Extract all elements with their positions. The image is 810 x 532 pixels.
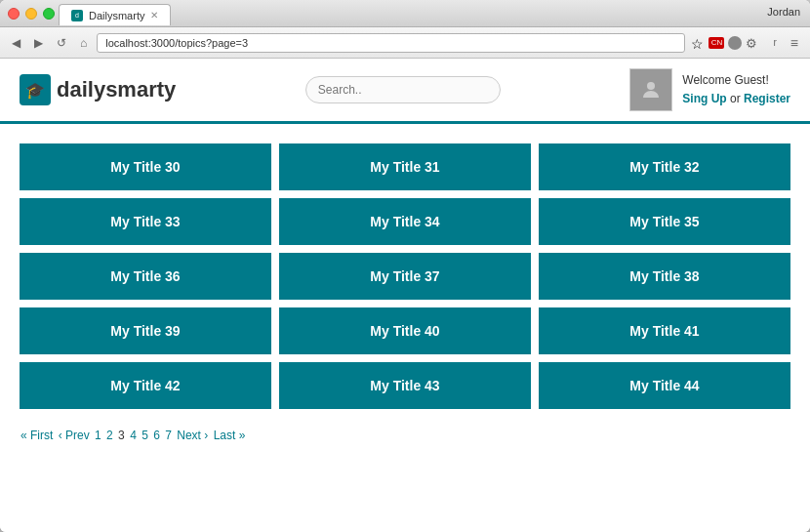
reload-button[interactable]: ↺: [53, 34, 70, 52]
menu-button[interactable]: ≡: [787, 33, 802, 53]
pagination-prev[interactable]: ‹ Prev: [59, 429, 90, 442]
pagination-page[interactable]: 6: [153, 429, 160, 442]
logo: 🎓 dailysmarty: [20, 74, 176, 105]
topic-button[interactable]: My Title 43: [279, 362, 531, 409]
search-input[interactable]: [305, 76, 501, 103]
browser-window: d Dailysmarty ✕ Jordan ◀ ▶ ↺ ⌂ ☆ CN ⚙ r …: [0, 0, 810, 532]
download-icon: CN: [709, 37, 724, 49]
pagination-page[interactable]: 2: [106, 429, 113, 442]
refresh-button[interactable]: r: [769, 35, 780, 50]
tab-close-icon[interactable]: ✕: [150, 10, 158, 20]
pagination: « First ‹ Prev 1 2 3 4 5 6 7 Next › Last…: [20, 429, 790, 442]
topic-button[interactable]: My Title 30: [20, 143, 271, 190]
topic-button[interactable]: My Title 42: [20, 362, 271, 409]
tab-title: Dailysmarty: [89, 10, 144, 21]
signup-link[interactable]: Sing Up: [682, 92, 726, 105]
tab-bar: d Dailysmarty ✕: [59, 4, 171, 25]
topic-button[interactable]: My Title 36: [20, 253, 271, 300]
maximize-button[interactable]: [43, 8, 55, 20]
svg-point-0: [647, 82, 655, 90]
extension-icon: [728, 36, 742, 50]
minimize-button[interactable]: [25, 8, 37, 20]
title-bar: d Dailysmarty ✕ Jordan: [0, 0, 810, 27]
pagination-next[interactable]: Next ›: [177, 429, 208, 442]
pagination-page[interactable]: 1: [95, 429, 101, 442]
window-controls: [8, 8, 55, 20]
pagination-page[interactable]: 7: [165, 429, 172, 442]
bookmark-icon: ☆: [691, 36, 705, 50]
browser-tab[interactable]: d Dailysmarty ✕: [59, 4, 171, 25]
topic-button[interactable]: My Title 31: [279, 143, 531, 190]
pagination-first[interactable]: « First: [20, 429, 53, 442]
or-text: or: [727, 92, 744, 105]
logo-icon: 🎓: [20, 74, 51, 105]
home-button[interactable]: ⌂: [76, 34, 91, 52]
topics-section: My Title 30My Title 31My Title 32My Titl…: [0, 124, 810, 462]
topics-grid: My Title 30My Title 31My Title 32My Titl…: [20, 143, 790, 409]
user-greeting: Welcome Guest! Sing Up or Register: [682, 71, 790, 108]
topic-button[interactable]: My Title 40: [279, 307, 531, 354]
topic-button[interactable]: My Title 33: [20, 198, 271, 245]
forward-button[interactable]: ▶: [30, 34, 47, 52]
topic-button[interactable]: My Title 37: [279, 253, 531, 300]
close-button[interactable]: [8, 8, 20, 20]
settings-icon: ⚙: [746, 36, 763, 50]
pagination-page[interactable]: 4: [130, 429, 137, 442]
topic-button[interactable]: My Title 32: [539, 143, 790, 190]
address-bar: ◀ ▶ ↺ ⌂ ☆ CN ⚙ r ≡: [0, 27, 810, 59]
topic-button[interactable]: My Title 44: [539, 362, 790, 409]
back-button[interactable]: ◀: [8, 34, 24, 52]
register-link[interactable]: Register: [744, 92, 790, 105]
user-section: Welcome Guest! Sing Up or Register: [629, 68, 790, 111]
pagination-last[interactable]: Last »: [214, 429, 246, 442]
pagination-page[interactable]: 5: [142, 429, 148, 442]
site-content: 🎓 dailysmarty Welcome Guest! Sing Up or …: [0, 59, 810, 532]
logo-text: dailysmarty: [57, 77, 176, 102]
tab-favicon: d: [71, 10, 83, 21]
topic-button[interactable]: My Title 38: [539, 253, 790, 300]
topic-button[interactable]: My Title 34: [279, 198, 531, 245]
site-header: 🎓 dailysmarty Welcome Guest! Sing Up or …: [0, 59, 810, 124]
url-input[interactable]: [97, 33, 685, 53]
topic-button[interactable]: My Title 35: [539, 198, 790, 245]
toolbar-icons: ☆ CN ⚙: [691, 36, 763, 50]
avatar: [629, 68, 672, 111]
browser-user: Jordan: [767, 6, 800, 18]
topic-button[interactable]: My Title 41: [539, 307, 790, 354]
topic-button[interactable]: My Title 39: [20, 307, 271, 354]
welcome-text: Welcome Guest!: [682, 73, 768, 87]
pagination-current-page: 3: [118, 429, 125, 442]
